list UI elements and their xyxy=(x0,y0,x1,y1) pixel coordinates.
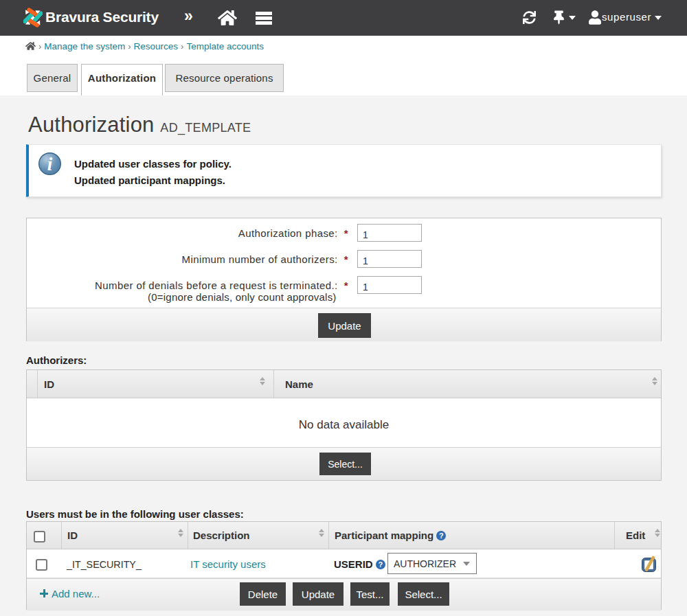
svg-text:i: i xyxy=(47,154,53,174)
